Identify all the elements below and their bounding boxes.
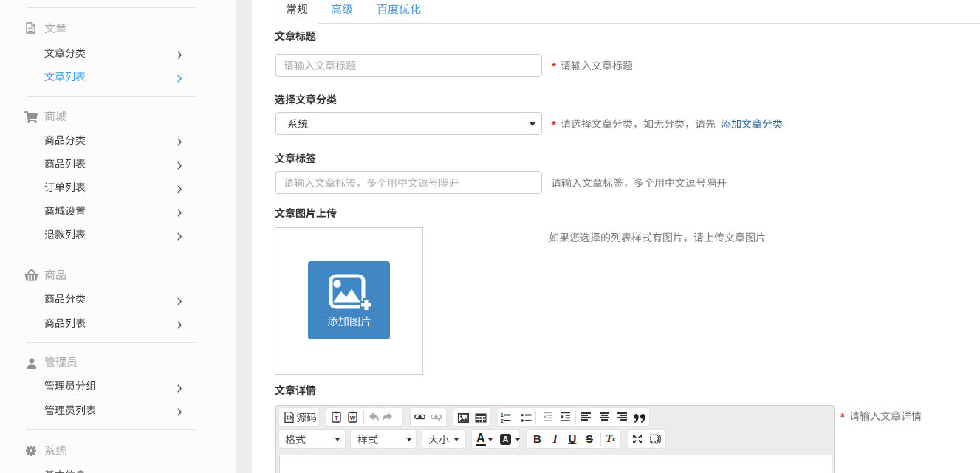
svg-text:W: W [349,415,355,421]
svg-text:1: 1 [501,413,504,418]
svg-text:T: T [335,415,338,421]
svg-text:2: 2 [501,418,504,422]
